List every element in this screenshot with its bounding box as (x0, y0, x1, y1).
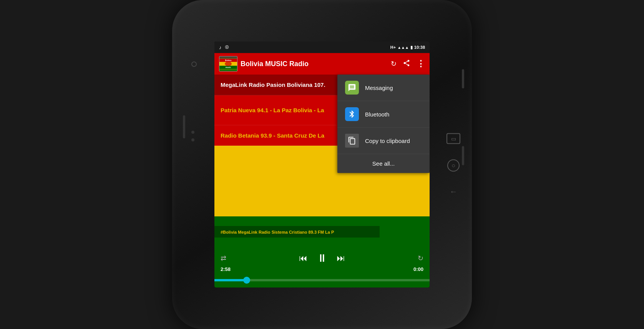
prev-button[interactable]: ⏮ (299, 253, 307, 263)
phone-screen: ♪ ⦿ H+ ▲▲▲ ▮ 10:38 Bolivia music Bolivia… (214, 42, 430, 287)
messaging-option[interactable]: Messaging (337, 75, 430, 101)
app-logo: Bolivia music (219, 56, 237, 71)
clipboard-option[interactable]: Copy to clipboard (337, 128, 430, 154)
player-controls: ⇄ ⏮ ⏸ ⏭ ↻ (214, 252, 430, 264)
radio-item-text: Radio Betania 93.9 - Santa Cruz De La (221, 132, 324, 139)
time-elapsed: 2:58 (221, 266, 231, 272)
see-all-option[interactable]: See all... (337, 154, 430, 173)
back-icon[interactable]: ← (450, 187, 457, 196)
bluetooth-label: Bluetooth (365, 111, 389, 118)
signal-icon: ▲▲▲ (397, 45, 409, 50)
bars-icon: ⦿ (225, 45, 229, 50)
bluetooth-option[interactable]: Bluetooth (337, 101, 430, 128)
ticker-bar: #Bolivia MegaLink Radio Sistema Cristian… (214, 226, 380, 238)
clock: 10:38 (414, 45, 425, 50)
pause-button[interactable]: ⏸ (317, 252, 327, 264)
recent-apps-icon[interactable]: ▭ (446, 133, 460, 144)
music-icon: ♪ (219, 45, 222, 50)
clipboard-icon (345, 134, 359, 148)
progress-fill (214, 279, 247, 281)
progress-thumb[interactable] (243, 277, 250, 284)
radio-item-text: MegaLink Radio Pasion Boliviana 107. (221, 81, 325, 88)
progress-bar[interactable] (214, 279, 430, 281)
radio-item-text: Patria Nueva 94.1 - La Paz Bolivia - La (221, 107, 324, 113)
bluetooth-icon (345, 107, 359, 121)
app-bar: Bolivia music Bolivia MUSIC Radio ↻ ⋮ (214, 53, 430, 75)
repeat-icon[interactable]: ↻ (418, 254, 423, 263)
messaging-label: Messaging (365, 85, 393, 91)
messaging-icon (345, 81, 359, 95)
speaker-bottom (191, 138, 194, 141)
main-content: 🦅 MegaLink Radio Pasion Boliviana 107. P… (214, 75, 430, 287)
app-title: Bolivia MUSIC Radio (241, 60, 391, 68)
ticker-text: #Bolivia MegaLink Radio Sistema Cristian… (221, 230, 334, 234)
camera-button (462, 146, 464, 165)
status-bar: ♪ ⦿ H+ ▲▲▲ ▮ 10:38 (214, 42, 430, 53)
power-button (462, 69, 464, 88)
see-all-label: See all... (372, 160, 395, 167)
more-options-icon[interactable]: ⋮ (417, 59, 425, 69)
home-icon[interactable]: ○ (447, 160, 460, 172)
time-total: 0:00 (413, 266, 423, 272)
speaker-top (191, 131, 194, 134)
status-bar-left: ♪ ⦿ (219, 45, 229, 50)
app-bar-icons: ↻ ⋮ (391, 59, 425, 69)
phone-nav-bezel: ▭ ○ ← (446, 133, 460, 196)
battery-icon: ▮ (410, 45, 413, 50)
refresh-icon[interactable]: ↻ (391, 60, 397, 68)
status-bar-right: H+ ▲▲▲ ▮ 10:38 (390, 45, 425, 50)
share-icon[interactable] (403, 59, 410, 69)
next-button[interactable]: ⏭ (337, 253, 345, 263)
network-type: H+ (390, 45, 396, 50)
camera (191, 61, 197, 67)
volume-button (183, 115, 185, 138)
share-dropdown: Messaging Bluetooth (337, 75, 430, 173)
phone-frame: ▭ ○ ← ♪ ⦿ H+ ▲▲▲ ▮ 10:38 Bolivia (172, 0, 472, 329)
clipboard-label: Copy to clipboard (365, 138, 410, 144)
shuffle-icon[interactable]: ⇄ (221, 254, 226, 263)
